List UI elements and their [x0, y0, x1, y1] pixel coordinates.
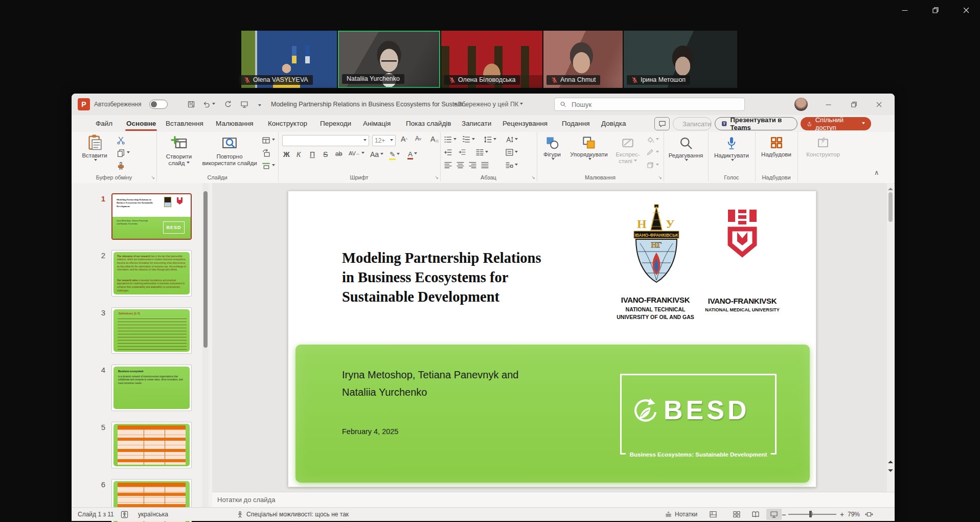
- video-tile[interactable]: Олена Біловодська: [441, 31, 542, 88]
- authors-textbox[interactable]: Iryna Metoshop, Tetiana Panevnyk and Nat…: [342, 366, 518, 401]
- drawing-dialog-launcher[interactable]: ↘: [658, 175, 662, 180]
- copy-button[interactable]: [117, 149, 130, 157]
- tab-file[interactable]: Файл: [95, 118, 113, 129]
- line-spacing-button[interactable]: [484, 136, 496, 143]
- slide-layout-button[interactable]: [262, 136, 275, 145]
- share-button[interactable]: Спільний доступ: [801, 117, 871, 130]
- notes-pane[interactable]: Нотатки до слайда: [212, 492, 895, 507]
- italic-button[interactable]: К: [297, 150, 301, 158]
- thumbnail-slide-3[interactable]: Definitions [1-7]: [111, 307, 192, 354]
- bold-button[interactable]: Ж: [283, 150, 290, 158]
- tab-review[interactable]: Рецензування: [502, 118, 549, 129]
- paragraph-dialog-launcher[interactable]: ↘: [531, 175, 535, 180]
- cut-button[interactable]: [117, 136, 125, 145]
- slideshow-view-button[interactable]: [766, 509, 782, 520]
- powerpoint-logo[interactable]: P: [78, 98, 90, 110]
- quick-styles-button[interactable]: Експрес- стилі: [612, 136, 643, 165]
- font-name-combo[interactable]: [282, 135, 369, 146]
- clear-formatting-button[interactable]: А: [430, 135, 439, 143]
- zoom-slider[interactable]: [788, 514, 836, 515]
- dictate-button[interactable]: Надиктувати: [712, 136, 751, 163]
- present-in-teams-button[interactable]: Презентувати в Teams: [715, 117, 797, 130]
- shape-effects-button[interactable]: [646, 162, 659, 169]
- canvas-scrollbar[interactable]: [887, 183, 894, 492]
- record-button[interactable]: Записати: [673, 117, 712, 130]
- tab-animations[interactable]: Анімація: [362, 118, 392, 129]
- teams-minimize-button[interactable]: [895, 3, 915, 17]
- tab-view[interactable]: Подання: [561, 118, 591, 129]
- strikethrough-button[interactable]: S: [323, 150, 328, 158]
- reset-slide-button[interactable]: [262, 149, 270, 157]
- comments-button[interactable]: [654, 117, 670, 130]
- window-close-button[interactable]: [867, 97, 891, 112]
- underline-button[interactable]: П: [310, 150, 315, 158]
- text-direction-button[interactable]: [506, 136, 518, 143]
- start-slideshow-button[interactable]: [240, 100, 248, 108]
- zoom-slider-thumb[interactable]: [809, 511, 812, 517]
- slide-title-textbox[interactable]: Modeling Partnership Relations in Busine…: [342, 248, 549, 307]
- zoom-level[interactable]: 79%: [848, 508, 860, 521]
- character-spacing-button[interactable]: AV↔: [349, 150, 364, 156]
- addins-button[interactable]: Надбудови: [758, 136, 794, 158]
- video-tile[interactable]: Ірина Метошоп: [624, 31, 737, 88]
- tab-insert[interactable]: Вставлення: [165, 118, 204, 129]
- panel-scrollbar[interactable]: [202, 183, 209, 507]
- tab-design[interactable]: Конструктор: [267, 118, 308, 129]
- section-button[interactable]: [262, 162, 275, 170]
- arrange-button[interactable]: Упорядкувати: [566, 136, 611, 162]
- normal-view-button[interactable]: [705, 509, 721, 520]
- reuse-slides-button[interactable]: Повторно використати слайди: [199, 135, 260, 167]
- increase-indent-button[interactable]: [459, 149, 466, 156]
- thumbnail-slide-1[interactable]: Modeling Partnership Relations in Busine…: [111, 193, 192, 240]
- bullets-button[interactable]: [444, 136, 457, 143]
- accessibility-icon[interactable]: [121, 508, 128, 521]
- slide-1-editor[interactable]: Modeling Partnership Relations in Busine…: [288, 191, 816, 487]
- format-painter-button[interactable]: [117, 162, 125, 170]
- undo-button[interactable]: [202, 100, 215, 108]
- thumbnail-slide-5[interactable]: [111, 422, 192, 468]
- thumbnail-slide-4[interactable]: Business ecosystem is a dynamic network …: [111, 365, 192, 411]
- reading-view-button[interactable]: [748, 509, 763, 520]
- strikethrough-ab-button[interactable]: ab: [335, 150, 342, 157]
- align-right-button[interactable]: [469, 162, 476, 169]
- align-text-button[interactable]: [506, 149, 518, 156]
- thumbnail-slide-2[interactable]: The relevance of our research lies in th…: [111, 250, 192, 297]
- video-tile[interactable]: Anna Chmut: [543, 31, 623, 88]
- video-tile[interactable]: Olena VASYLYEVA: [236, 31, 337, 88]
- editing-button[interactable]: Редагування: [667, 136, 705, 163]
- paste-button[interactable]: Вставити: [80, 134, 109, 163]
- quick-access-more-button[interactable]: [257, 102, 261, 109]
- zoom-in-button[interactable]: +: [840, 508, 844, 521]
- text-highlight-button[interactable]: ✎: [390, 150, 400, 158]
- autosave-toggle[interactable]: [149, 100, 168, 109]
- ntu-oil-gas-logo[interactable]: Н У ІВАНО-ФРАНКІВСЬК НГ: [632, 203, 681, 291]
- decrease-indent-button[interactable]: [444, 149, 452, 156]
- redo-button[interactable]: [224, 100, 232, 108]
- search-input[interactable]: [571, 100, 739, 109]
- besd-logo[interactable]: BESD Business Ecosystems: Sustainable De…: [620, 374, 777, 455]
- zoom-out-button[interactable]: −: [782, 508, 786, 521]
- align-left-button[interactable]: [444, 162, 452, 169]
- search-box[interactable]: [554, 98, 745, 111]
- collapse-ribbon-button[interactable]: ∧: [874, 169, 879, 176]
- tab-slideshow[interactable]: Показ слайдів: [405, 118, 452, 129]
- date-textbox[interactable]: February 4, 2025: [342, 427, 398, 436]
- columns-button[interactable]: [476, 149, 488, 156]
- save-button[interactable]: [187, 100, 195, 108]
- green-author-box[interactable]: Iryna Metoshop, Tetiana Panevnyk and Nat…: [295, 345, 810, 483]
- medical-university-logo[interactable]: [719, 208, 766, 284]
- window-minimize-button[interactable]: [816, 97, 840, 112]
- convert-to-smartart-button[interactable]: [506, 162, 518, 169]
- next-slide-button[interactable]: [888, 469, 893, 474]
- user-avatar[interactable]: [794, 98, 808, 111]
- tab-home[interactable]: Основне: [125, 118, 157, 129]
- video-tile-active-speaker[interactable]: Nataliia Yurchenko: [338, 31, 440, 88]
- shrink-font-button[interactable]: Аv: [415, 135, 421, 142]
- window-restore-button[interactable]: [842, 97, 865, 112]
- previous-slide-button[interactable]: [888, 458, 893, 463]
- tab-transitions[interactable]: Переходи: [319, 118, 352, 129]
- shapes-button[interactable]: Фігури: [539, 136, 565, 162]
- fit-slide-to-window-button[interactable]: [865, 508, 873, 521]
- saved-status[interactable]: • Збережено у цей ПК: [454, 101, 523, 108]
- tab-draw[interactable]: Малювання: [215, 118, 255, 129]
